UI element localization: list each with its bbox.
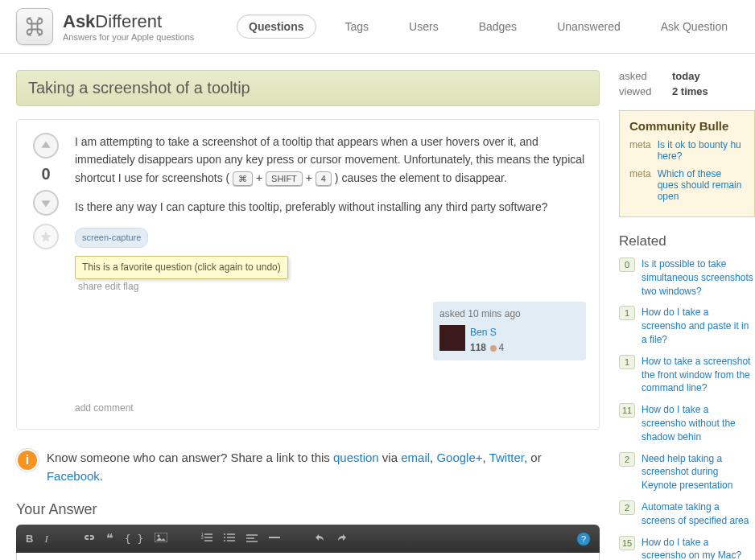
share-email-link[interactable]: email [401,451,430,464]
answer-textarea[interactable] [16,553,600,560]
italic-button[interactable]: I [44,533,47,546]
kbd-4: 4 [316,171,332,187]
svg-point-6 [224,540,225,541]
bronze-badge-icon [490,345,497,352]
related-count: 0 [619,257,635,272]
svg-point-4 [224,533,225,535]
site-logo[interactable] [16,8,53,45]
question-body: I am attempting to take a screenshot of … [75,133,586,416]
svg-rect-0 [155,533,167,542]
related-list: 0Is it possible to take simultaneous scr… [619,257,755,560]
favorite-tooltip: This is a favorite question (click again… [75,256,288,279]
site-title[interactable]: AskDifferent Answers for your Apple ques… [63,11,194,42]
nav-ask-question[interactable]: Ask Question [650,15,739,38]
related-link[interactable]: Need help taking a screenshot during Key… [642,452,755,492]
bulletin-link-2[interactable]: Which of these ques should remain open [658,168,745,202]
nav-tags[interactable]: Tags [334,15,381,38]
question-title: Taking a screenshot of a tooltip [16,70,600,106]
olist-icon: 12 [201,533,212,542]
related-link[interactable]: Automate taking a screens of specified a… [642,500,755,528]
olist-button[interactable]: 12 [201,533,212,545]
add-comment-link[interactable]: add comment [75,360,586,416]
command-icon [23,15,46,38]
share-question-link[interactable]: question [333,451,379,464]
bulletin-heading: Community Bulle [629,119,745,133]
link-icon [82,533,95,542]
community-bulletin: Community Bulle metaIs it ok to bounty h… [619,110,755,217]
downvote-button[interactable] [33,190,59,216]
bronze-count: 4 [498,342,504,353]
share-twitter-link[interactable]: Twitter [489,451,524,464]
favorite-button[interactable] [33,224,59,249]
redo-button[interactable] [336,533,348,545]
related-heading: Related [619,233,755,249]
nav-badges[interactable]: Badges [468,15,528,38]
tag-screen-capture[interactable]: screen-capture [75,228,148,249]
vote-score: 0 [41,165,50,183]
related-count: 1 [619,306,635,320]
image-button[interactable] [155,533,167,545]
nav-unanswered[interactable]: Unanswered [546,15,632,38]
viewed-label: viewed [619,85,659,97]
user-link[interactable]: Ben S [470,325,504,340]
upvote-button[interactable] [33,133,59,159]
share-prompt: i Know someone who can answer? Share a l… [16,449,600,485]
related-link[interactable]: How do I take a screensho on my Mac? [642,536,755,560]
related-item: 1How do I take a screensho and paste it … [619,306,755,346]
link-button[interactable] [82,533,95,545]
undo-button[interactable] [314,533,325,545]
related-count: 2 [619,500,635,515]
down-arrow-icon [40,197,52,208]
related-link[interactable]: How to take a screenshot the front windo… [642,355,755,395]
related-count: 11 [619,403,635,418]
heading-icon [246,533,258,542]
asked-time: asked 10 mins ago [439,307,580,322]
ulist-button[interactable] [224,533,235,545]
question-box: 0 I am attempting to take a screenshot o… [16,119,600,430]
your-answer-heading: Your Answer [16,501,600,518]
related-link[interactable]: How do I take a screensho and paste it i… [642,306,755,346]
info-icon: i [16,449,39,471]
asked-label: asked [619,70,659,82]
tag-list: screen-capture [75,228,586,249]
undo-icon [314,533,325,542]
nav-questions[interactable]: Questions [237,14,316,39]
related-item: 0Is it possible to take simultaneous scr… [619,257,755,298]
bold-button[interactable]: B [26,533,33,545]
avatar[interactable] [439,325,465,351]
ulist-icon [224,533,235,542]
related-count: 1 [619,355,635,369]
quote-button[interactable]: ❝ [106,531,113,546]
svg-point-1 [158,535,160,537]
related-count: 2 [619,452,635,467]
vote-column: 0 [30,133,62,416]
editor-help-button[interactable]: ? [577,533,590,546]
bulletin-link-1[interactable]: Is it ok to bounty hu here? [658,139,745,162]
code-button[interactable]: { } [125,533,143,545]
related-link[interactable]: How do I take a screensho without the sh… [642,403,755,443]
related-item: 2Need help taking a screenshot during Ke… [619,452,755,492]
share-facebook-link[interactable]: Facebook [47,469,100,483]
related-item: 11How do I take a screensho without the … [619,403,755,443]
kbd-shift: SHIFT [266,171,303,187]
star-icon [39,230,52,243]
user-rep: 118 [470,342,486,353]
svg-point-5 [224,537,225,538]
up-arrow-icon [40,140,52,151]
related-item: 15How do I take a screensho on my Mac? [619,536,755,560]
heading-button[interactable] [246,533,258,545]
nav-users[interactable]: Users [398,15,450,38]
redo-icon [336,533,348,542]
related-link[interactable]: Is it possible to take simultaneous scre… [642,257,755,298]
site-header: AskDifferent Answers for your Apple ques… [0,0,755,54]
user-card: asked 10 mins ago Ben S 118 4 [433,302,586,361]
svg-text:2: 2 [201,535,204,540]
main-nav: Questions Tags Users Badges Unanswered A… [237,14,739,39]
related-item: 1How to take a screenshot the front wind… [619,355,755,395]
hr-button[interactable] [269,533,280,545]
editor-toolbar: B I ❝ { } 12 ? [16,525,600,553]
viewed-value: 2 times [672,85,708,97]
post-menu[interactable]: share edit flag [75,279,586,294]
image-icon [155,533,167,542]
share-google-link[interactable]: Google+ [436,451,482,464]
